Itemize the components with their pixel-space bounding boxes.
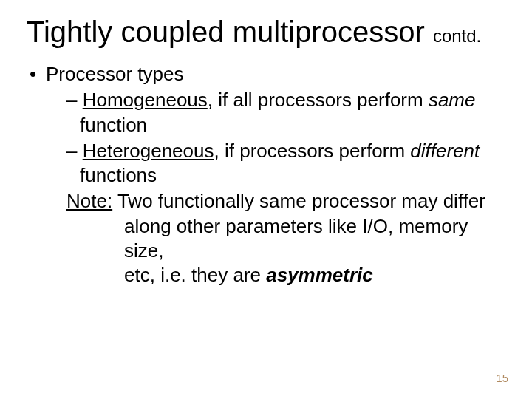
- text: functions: [80, 164, 157, 186]
- sub-homogeneous: – Homogeneous, if all processors perform…: [80, 88, 505, 137]
- term-heterogeneous: Heterogeneous: [83, 140, 214, 162]
- word-same: same: [429, 89, 476, 111]
- text: function: [80, 114, 147, 136]
- note-line2a: along other parameters like I/O, memory …: [124, 214, 505, 264]
- word-asymmetric: asymmetric: [266, 264, 373, 286]
- word-different: different: [410, 140, 480, 162]
- slide-title: Tightly coupled multiprocessor contd.: [27, 15, 505, 49]
- note-line2b: etc, i.e. they are asymmetric: [124, 263, 505, 287]
- note-block: Note: Two functionally same processor ma…: [80, 189, 505, 287]
- note-line1: Two functionally same processor may diff…: [112, 190, 485, 212]
- text: , if processors perform: [214, 140, 411, 162]
- bullet-list: Processor types – Homogeneous, if all pr…: [27, 62, 505, 287]
- note-label: Note:: [66, 190, 112, 212]
- title-suffix: contd.: [433, 26, 481, 46]
- dash: –: [66, 89, 83, 111]
- text: etc, i.e. they are: [124, 264, 266, 286]
- sub-heterogeneous: – Heterogeneous, if processors perform d…: [80, 139, 505, 188]
- bullet-text: Processor types: [46, 63, 183, 85]
- term-homogeneous: Homogeneous: [83, 89, 208, 111]
- bullet-processor-types: Processor types – Homogeneous, if all pr…: [30, 62, 505, 287]
- title-main: Tightly coupled multiprocessor: [27, 16, 433, 48]
- text: , if all processors perform: [208, 89, 429, 111]
- page-number: 15: [496, 372, 508, 384]
- slide: Tightly coupled multiprocessor contd. Pr…: [0, 0, 532, 399]
- sub-list: – Homogeneous, if all processors perform…: [46, 88, 505, 287]
- dash: –: [66, 140, 83, 162]
